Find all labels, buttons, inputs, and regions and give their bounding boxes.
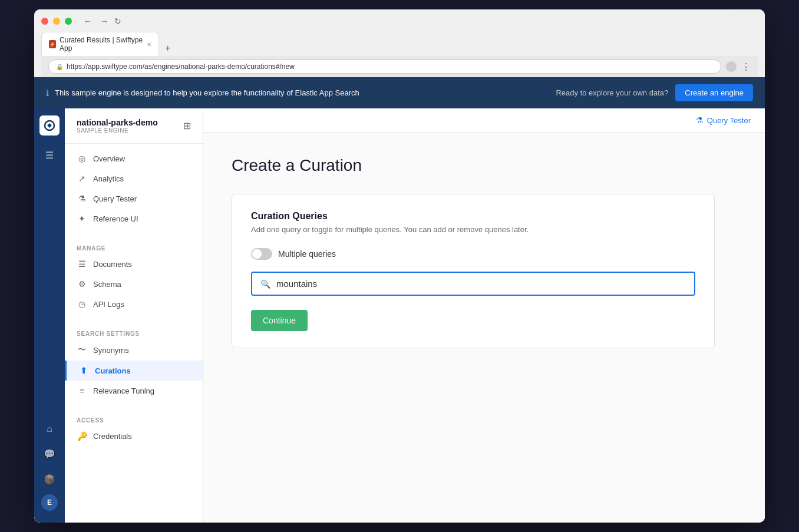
icon-sidebar: ☰ ⌂ 💬 📦 E — [34, 108, 65, 523]
sidebar-label-api-logs: API Logs — [93, 300, 124, 309]
flask-icon: ⚗ — [696, 115, 704, 125]
box-icon[interactable]: 📦 — [39, 469, 60, 490]
nav-access-section: ACCESS 🔑 Credentials — [65, 405, 203, 451]
tab-favicon — [49, 40, 56, 48]
browser-chrome: ← → ↻ Curated Results | Swiftype App ✕ +… — [34, 9, 765, 77]
sidebar-label-analytics: Analytics — [93, 174, 124, 183]
icon-sidebar-bottom: ⌂ 💬 📦 E — [39, 419, 60, 516]
browser-menu-icon[interactable]: ⋮ — [741, 61, 751, 72]
documents-icon: ☰ — [77, 259, 87, 269]
banner-message: This sample engine is designed to help y… — [55, 88, 359, 97]
sidebar-item-reference-ui[interactable]: ✦ Reference UI — [65, 209, 203, 229]
sidebar-label-synonyms: Synonyms — [93, 346, 129, 355]
credentials-icon: 🔑 — [77, 431, 87, 441]
address-input-wrapper[interactable]: 🔒 https://app.swiftype.com/as/engines/na… — [48, 60, 721, 74]
card-description: Add one query or toggle for multiple que… — [251, 225, 695, 234]
sidebar-label-credentials: Credentials — [93, 432, 132, 441]
overview-icon: ◎ — [77, 154, 87, 163]
home-icon[interactable]: ⌂ — [42, 419, 57, 439]
search-icon: 🔍 — [260, 279, 270, 289]
sidebar-item-overview[interactable]: ◎ Overview — [65, 148, 203, 168]
synonyms-icon: 〜 — [77, 345, 87, 355]
nav-main-section: ◎ Overview ↗ Analytics ⚗ Query Tester ✦ … — [65, 144, 203, 233]
browser-window: ← → ↻ Curated Results | Swiftype App ✕ +… — [34, 9, 765, 523]
engine-type: SAMPLE ENGINE — [77, 127, 158, 134]
sidebar-label-curations: Curations — [95, 366, 131, 375]
engine-info: national-parks-demo SAMPLE ENGINE — [77, 118, 158, 134]
sidebar-item-query-tester[interactable]: ⚗ Query Tester — [65, 189, 203, 209]
engine-name: national-parks-demo — [77, 118, 158, 127]
banner-right: Ready to explore your own data? Create a… — [556, 84, 753, 101]
sidebar-item-credentials[interactable]: 🔑 Credentials — [65, 426, 203, 446]
manage-section-title: MANAGE — [65, 238, 203, 254]
banner-cta-text: Ready to explore your own data? — [556, 88, 668, 97]
nav-manage-section: MANAGE ☰ Documents ⚙ Schema ◷ API Logs — [65, 233, 203, 319]
address-bar: 🔒 https://app.swiftype.com/as/engines/na… — [41, 56, 758, 77]
main-layout: ☰ ⌂ 💬 📦 E national-parks-demo SAMPLE ENG… — [34, 108, 765, 523]
tab-close-button[interactable]: ✕ — [147, 41, 151, 48]
search-settings-section-title: SEARCH SETTINGS — [65, 323, 203, 339]
sidebar-label-schema: Schema — [93, 280, 121, 289]
sidebar-item-api-logs[interactable]: ◷ API Logs — [65, 294, 203, 314]
sidebar-item-analytics[interactable]: ↗ Analytics — [65, 168, 203, 189]
user-avatar[interactable]: E — [41, 494, 58, 511]
continue-button[interactable]: Continue — [251, 310, 308, 331]
nav-search-settings-section: SEARCH SETTINGS 〜 Synonyms ⬆ Curations ≡… — [65, 319, 203, 405]
profile-icon[interactable] — [726, 61, 737, 72]
content-area: Create a Curation Curation Queries Add o… — [203, 133, 765, 372]
engine-header: national-parks-demo SAMPLE ENGINE ⊞ — [65, 108, 203, 144]
create-engine-button[interactable]: Create an engine — [675, 84, 753, 101]
main-content: ⚗ Query Tester Create a Curation Curatio… — [203, 108, 765, 523]
page-title: Create a Curation — [232, 156, 737, 175]
toggle-row: Multiple queries — [251, 248, 695, 260]
api-logs-icon: ◷ — [77, 299, 87, 309]
browser-controls: ← → ↻ — [41, 15, 758, 27]
tab-title: Curated Results | Swiftype App — [60, 36, 143, 52]
query-tester-label: Query Tester — [707, 116, 751, 125]
lock-icon: 🔒 — [56, 64, 63, 70]
card-title: Curation Queries — [251, 211, 695, 222]
sidebar-label-query-tester: Query Tester — [93, 194, 137, 203]
info-banner: ℹ This sample engine is designed to help… — [34, 77, 765, 108]
query-tester-button[interactable]: ⚗ Query Tester — [696, 115, 751, 125]
multiple-queries-toggle[interactable] — [251, 248, 272, 260]
query-tester-icon: ⚗ — [77, 194, 87, 203]
nav-arrows: ← → ↻ — [81, 15, 121, 27]
sidebar-item-curations[interactable]: ⬆ Curations — [65, 361, 203, 381]
chat-icon[interactable]: 💬 — [39, 444, 60, 464]
hamburger-icon[interactable]: ☰ — [41, 145, 58, 166]
sidebar-item-schema[interactable]: ⚙ Schema — [65, 274, 203, 294]
search-input-wrapper[interactable]: 🔍 — [251, 272, 695, 296]
access-section-title: ACCESS — [65, 410, 203, 426]
sidebar-item-synonyms[interactable]: 〜 Synonyms — [65, 339, 203, 361]
schema-icon: ⚙ — [77, 279, 87, 289]
top-bar: ⚗ Query Tester — [203, 108, 765, 133]
toggle-label: Multiple queries — [278, 249, 336, 259]
minimize-dot[interactable] — [53, 18, 60, 25]
reference-ui-icon: ✦ — [77, 214, 87, 223]
grid-icon[interactable]: ⊞ — [183, 120, 191, 131]
url-text: https://app.swiftype.com/as/engines/nati… — [67, 62, 295, 71]
query-search-input[interactable] — [276, 279, 686, 289]
refresh-button[interactable]: ↻ — [114, 15, 121, 27]
app-logo[interactable] — [39, 115, 60, 136]
banner-left: ℹ This sample engine is designed to help… — [46, 88, 359, 98]
sidebar-item-relevance-tuning[interactable]: ≡ Relevance Tuning — [65, 381, 203, 401]
back-button[interactable]: ← — [81, 15, 94, 27]
curations-icon: ⬆ — [78, 366, 89, 375]
sidebar-label-reference-ui: Reference UI — [93, 214, 138, 223]
new-tab-button[interactable]: + — [160, 41, 175, 56]
maximize-dot[interactable] — [65, 18, 72, 25]
analytics-icon: ↗ — [77, 174, 87, 183]
app-content: ℹ This sample engine is designed to help… — [34, 77, 765, 523]
sidebar-label-documents: Documents — [93, 260, 132, 269]
close-dot[interactable] — [41, 18, 48, 25]
forward-button[interactable]: → — [98, 15, 111, 27]
active-tab[interactable]: Curated Results | Swiftype App ✕ — [41, 32, 159, 56]
sidebar-item-documents[interactable]: ☰ Documents — [65, 254, 203, 274]
sidebar-label-overview: Overview — [93, 154, 125, 163]
relevance-tuning-icon: ≡ — [77, 386, 87, 395]
info-icon: ℹ — [46, 88, 49, 98]
sidebar-label-relevance-tuning: Relevance Tuning — [93, 386, 154, 395]
tabs-bar: Curated Results | Swiftype App ✕ + — [41, 32, 758, 56]
